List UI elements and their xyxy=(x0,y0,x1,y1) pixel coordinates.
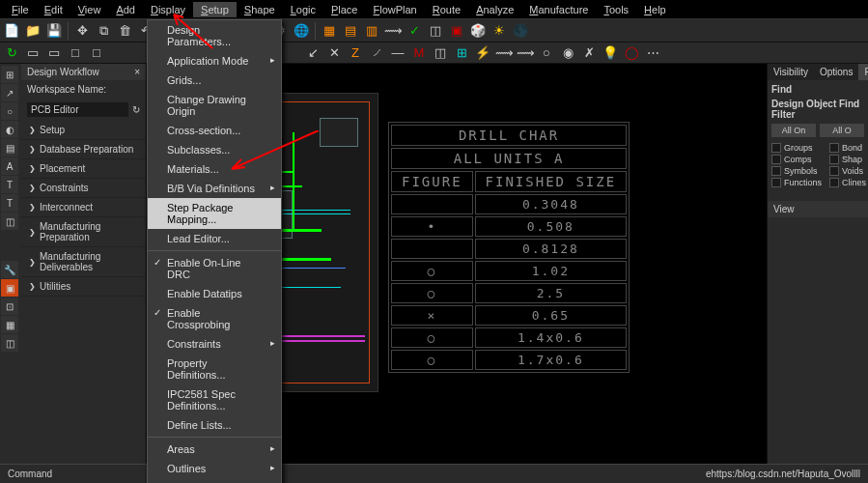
menu-item[interactable]: Outlines xyxy=(148,459,281,478)
route-icon[interactable]: ⟿ xyxy=(383,21,403,41)
menu-item[interactable]: Areas xyxy=(148,440,281,459)
menu-item[interactable]: Application Mode xyxy=(148,51,281,71)
workflow-item[interactable]: ❯Interconnect xyxy=(21,198,146,217)
menu-item[interactable]: Cross-section... xyxy=(148,121,281,140)
menu-item[interactable]: Define Lists... xyxy=(148,415,281,435)
menu-item[interactable]: Enable Crossprobing xyxy=(148,303,281,334)
move-icon[interactable]: ✥ xyxy=(72,21,92,41)
checkbox[interactable] xyxy=(771,155,781,164)
menu-view[interactable]: View xyxy=(70,2,109,17)
menu-item[interactable]: Change Drawing Origin xyxy=(148,90,281,121)
box2-icon[interactable]: □ xyxy=(87,43,106,63)
menu-item[interactable]: Enable On-Line DRC xyxy=(148,253,281,284)
globe-icon[interactable]: 🌐 xyxy=(292,21,311,41)
close-icon[interactable]: × xyxy=(134,67,140,77)
left-icon-1[interactable]: ⊞ xyxy=(1,66,18,83)
menu-item[interactable]: Constraints xyxy=(148,334,281,354)
tab-find[interactable]: Find xyxy=(858,64,868,80)
workflow-item[interactable]: ❯Manufacturing Preparation xyxy=(21,217,146,247)
z-icon[interactable]: Z xyxy=(346,43,365,63)
cam-icon[interactable]: ▣ xyxy=(447,21,466,41)
menu-item[interactable]: Lead Editor... xyxy=(148,229,281,248)
menu-edit[interactable]: Edit xyxy=(37,2,70,17)
tab-visibility[interactable]: Visibility xyxy=(768,64,814,80)
left-icon-3[interactable]: ○ xyxy=(1,102,18,120)
left-icon-14[interactable]: ◫ xyxy=(1,334,18,352)
open-icon[interactable]: 📁 xyxy=(23,21,42,41)
menu-help[interactable]: Help xyxy=(636,2,674,17)
workflow-item[interactable]: ❯Database Preparation xyxy=(21,140,146,159)
conn-icon[interactable]: ⟋ xyxy=(367,43,386,63)
arrow-icon[interactable]: ↙ xyxy=(303,43,322,63)
die-icon[interactable]: 🎲 xyxy=(468,21,488,41)
more-icon[interactable]: ⋯ xyxy=(643,43,662,63)
cross-icon[interactable]: ✕ xyxy=(324,43,344,63)
refresh-icon[interactable]: ↻ xyxy=(2,43,21,63)
x-icon[interactable]: ✗ xyxy=(579,43,599,63)
menu-item[interactable]: IPC2581 Spec Definitions... xyxy=(148,384,281,415)
menu-add[interactable]: Add xyxy=(108,2,143,17)
checkbox[interactable] xyxy=(771,178,781,187)
refresh-icon[interactable]: ↻ xyxy=(132,104,140,115)
workflow-item[interactable]: ❯Constraints xyxy=(21,179,146,198)
workflow-item[interactable]: ❯Placement xyxy=(21,159,146,179)
left-icon-11[interactable]: ▣ xyxy=(1,279,18,297)
left-icon-5[interactable]: ▤ xyxy=(1,139,18,156)
dark-icon[interactable]: 🌑 xyxy=(511,21,530,41)
workflow-item[interactable]: ❯Utilities xyxy=(21,277,146,297)
left-icon-7[interactable]: T xyxy=(1,176,18,193)
tree-icon[interactable]: ⊞ xyxy=(452,43,471,63)
sun-icon[interactable]: ☀ xyxy=(490,21,509,41)
left-icon-6[interactable]: A xyxy=(1,157,18,175)
left-icon-4[interactable]: ◐ xyxy=(1,121,18,138)
all-on-button[interactable]: All On xyxy=(771,124,816,137)
rect-icon[interactable]: ▭ xyxy=(23,43,42,63)
menu-item[interactable]: Design Parameters... xyxy=(148,20,281,51)
tab-options[interactable]: Options xyxy=(814,64,858,80)
menu-item[interactable]: Zones xyxy=(148,478,281,483)
wand-icon[interactable]: ⚡ xyxy=(473,43,492,63)
left-icon-9[interactable]: ◫ xyxy=(1,213,18,230)
checkbox[interactable] xyxy=(771,166,781,176)
pad-icon[interactable]: ◉ xyxy=(558,43,577,63)
rect2-icon[interactable]: ▭ xyxy=(44,43,64,63)
left-icon-13[interactable]: ▦ xyxy=(1,316,18,333)
line-icon[interactable]: — xyxy=(388,43,407,63)
stop-icon[interactable]: ◯ xyxy=(622,43,641,63)
pkg-icon[interactable]: ◫ xyxy=(431,43,450,63)
box-icon[interactable]: □ xyxy=(66,43,85,63)
check-icon[interactable]: ✓ xyxy=(405,21,424,41)
menu-file[interactable]: File xyxy=(4,2,37,17)
left-icon-10[interactable]: 🔧 xyxy=(1,261,18,278)
layer-icon[interactable]: ▤ xyxy=(341,21,360,41)
menu-logic[interactable]: Logic xyxy=(283,2,323,17)
menu-item[interactable]: Materials... xyxy=(148,159,281,179)
misc-icon[interactable]: ◫ xyxy=(426,21,445,41)
menu-setup[interactable]: Setup xyxy=(193,2,237,17)
workflow-item[interactable]: ❯Manufacturing Deliverables xyxy=(21,247,146,277)
menu-item[interactable]: Grids... xyxy=(148,71,281,90)
checkbox[interactable] xyxy=(829,178,839,187)
menu-manufacture[interactable]: Manufacture xyxy=(521,2,596,17)
route2-icon[interactable]: ⟿ xyxy=(494,43,514,63)
menu-item[interactable]: Subclasses... xyxy=(148,140,281,159)
checkbox[interactable] xyxy=(829,166,839,176)
delete-icon[interactable]: 🗑 xyxy=(115,21,134,41)
menu-display[interactable]: Display xyxy=(143,2,193,17)
workflow-item[interactable]: ❯Setup xyxy=(21,121,146,140)
menu-analyze[interactable]: Analyze xyxy=(468,2,521,17)
left-icon-12[interactable]: ⊡ xyxy=(1,298,18,315)
menu-item[interactable]: Enable Datatips xyxy=(148,284,281,303)
route3-icon[interactable]: ⟿ xyxy=(516,43,535,63)
checkbox[interactable] xyxy=(829,143,839,153)
menu-route[interactable]: Route xyxy=(425,2,468,17)
save-icon[interactable]: 💾 xyxy=(44,21,64,41)
grid-icon[interactable]: ▦ xyxy=(320,21,339,41)
menu-place[interactable]: Place xyxy=(323,2,366,17)
M-icon[interactable]: M xyxy=(409,43,429,63)
menu-item[interactable]: Property Definitions... xyxy=(148,354,281,384)
stack-icon[interactable]: ▥ xyxy=(362,21,381,41)
all-off-button[interactable]: All O xyxy=(820,124,864,137)
left-icon-8[interactable]: T xyxy=(1,194,18,212)
left-icon-2[interactable]: ↗ xyxy=(1,84,18,101)
